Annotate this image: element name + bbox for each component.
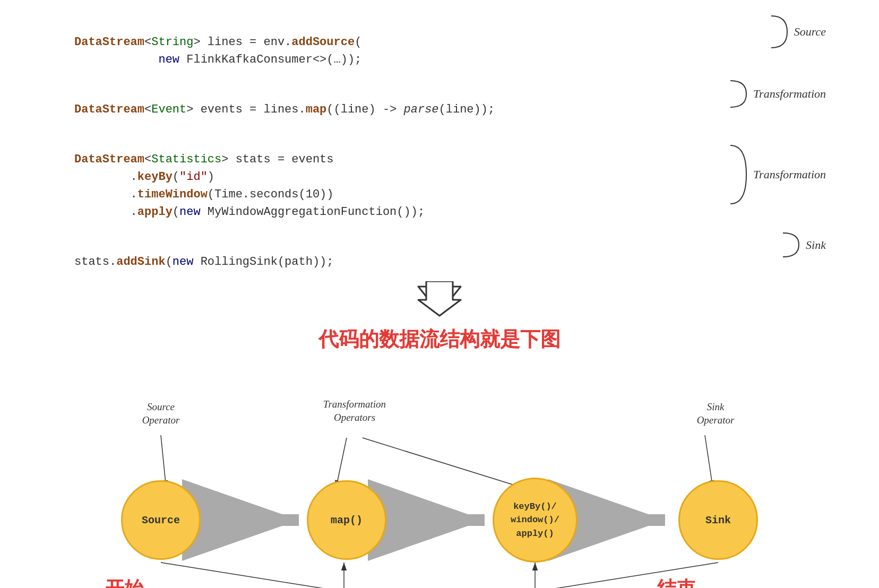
- transform2-label-text: Transformation: [753, 168, 826, 181]
- code-line-3: DataStream<Statistics> stats = events .k…: [74, 133, 425, 221]
- transition-title: 代码的数据流结构就是下图: [318, 326, 561, 353]
- node-source: Source: [121, 480, 201, 560]
- source-operator-label: SourceOperator: [118, 401, 203, 427]
- diagram-canvas: Source map() keyBy()/window()/apply() Si…: [68, 369, 811, 588]
- node-keyby: keyBy()/window()/apply(): [493, 478, 578, 563]
- transition-section: 代码的数据流结构就是下图: [32, 281, 847, 353]
- transform1-label-text: Transformation: [753, 87, 826, 101]
- node-sink: Sink: [678, 480, 758, 560]
- down-arrow-icon: [416, 281, 463, 321]
- transform2-brace: [728, 143, 749, 206]
- transform1-brace: [728, 78, 749, 110]
- node-keyby-label: keyBy()/window()/apply(): [511, 500, 559, 541]
- svg-line-8: [363, 438, 524, 488]
- code-line-2: DataStream<Event> events = lines.map((li…: [74, 83, 495, 118]
- code-block-2: DataStream<Event> events = lines.map((li…: [74, 83, 847, 118]
- end-label: 结束: [657, 576, 695, 588]
- node-map: map(): [307, 480, 386, 560]
- node-map-label: map(): [331, 514, 363, 526]
- node-sink-label: Sink: [705, 514, 731, 526]
- sink-label-text: Sink: [806, 238, 826, 252]
- source-label-text: Source: [794, 25, 826, 39]
- svg-line-12: [161, 563, 344, 588]
- code-section: DataStream<String> lines = env.addSource…: [32, 16, 847, 271]
- transformation-operators-label: TransformationOperators: [301, 398, 408, 424]
- start-label: 开始: [105, 576, 143, 588]
- page-container: DataStream<String> lines = env.addSource…: [0, 0, 879, 588]
- code-line-1: DataStream<String> lines = env.addSource…: [74, 16, 361, 68]
- code-block-1: DataStream<String> lines = env.addSource…: [74, 16, 847, 68]
- code-block-3: DataStream<Statistics> stats = events .k…: [74, 133, 847, 221]
- node-source-label: Source: [142, 514, 180, 526]
- code-block-4: stats.addSink(new RollingSink(path)); Si…: [74, 236, 847, 271]
- sink-brace: [780, 230, 802, 260]
- sink-operator-label: SinkOperator: [673, 401, 758, 427]
- code-line-4: stats.addSink(new RollingSink(path));: [74, 236, 334, 271]
- source-brace: [769, 13, 790, 50]
- diagram-section: Source map() keyBy()/window()/apply() Si…: [32, 369, 847, 588]
